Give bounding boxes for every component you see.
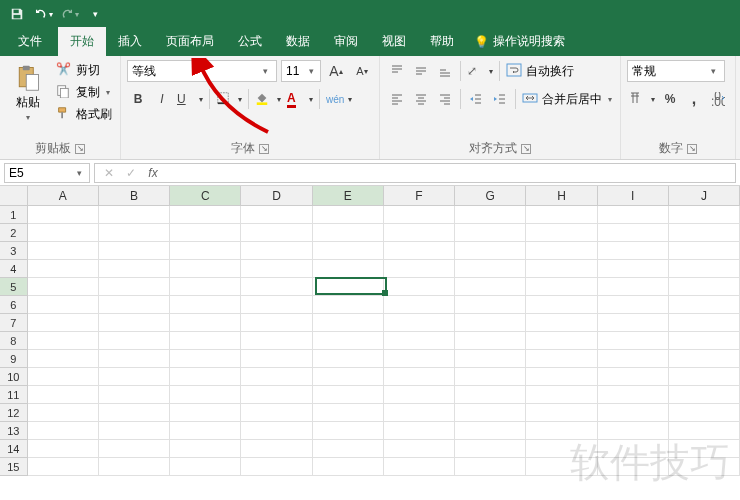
cell[interactable] [28,242,99,260]
cell[interactable] [526,332,597,350]
cell[interactable] [455,332,526,350]
qat-customize-icon[interactable]: ▾ [84,3,106,25]
cell[interactable] [384,278,455,296]
row-header-3[interactable]: 3 [0,242,28,260]
align-right-button[interactable] [434,88,456,110]
col-header-H[interactable]: H [526,186,597,206]
cell[interactable] [313,296,384,314]
cell[interactable] [170,458,241,476]
align-bottom-button[interactable] [434,60,456,82]
cell[interactable] [241,278,312,296]
cell[interactable] [598,314,669,332]
underline-button[interactable]: U▾ [175,88,205,110]
row-header-10[interactable]: 10 [0,368,28,386]
cell[interactable] [170,206,241,224]
cell[interactable] [598,332,669,350]
cell[interactable] [28,386,99,404]
spreadsheet-grid[interactable]: ABCDEFGHIJ 123456789101112131415 软件技巧 [0,186,740,500]
cell[interactable] [170,242,241,260]
tell-me-search[interactable]: 💡 操作说明搜索 [466,27,573,56]
cell[interactable] [28,332,99,350]
cell[interactable] [99,278,170,296]
chevron-down-icon[interactable]: ▾ [708,66,720,76]
cell[interactable] [669,440,740,458]
cell[interactable] [99,350,170,368]
cell[interactable] [28,278,99,296]
cell[interactable] [669,206,740,224]
cell[interactable] [241,332,312,350]
phonetic-button[interactable]: wén▾ [324,88,354,110]
dialog-launcher-icon[interactable]: ↘ [259,144,269,154]
cell[interactable] [170,314,241,332]
cell[interactable] [313,278,384,296]
cell[interactable] [526,422,597,440]
font-color-button[interactable]: A▾ [285,88,315,110]
cell[interactable] [455,404,526,422]
font-size-combo[interactable]: ▾ [281,60,321,82]
redo-icon[interactable]: ▾ [58,3,80,25]
cell[interactable] [526,386,597,404]
cell[interactable] [99,314,170,332]
cell[interactable] [669,404,740,422]
cell[interactable] [384,422,455,440]
italic-button[interactable]: I [151,88,173,110]
border-button[interactable]: ▾ [214,88,244,110]
copy-button[interactable]: 复制▾ [54,82,114,102]
cell[interactable] [28,296,99,314]
cell[interactable] [28,440,99,458]
cell[interactable] [313,440,384,458]
cell[interactable] [28,404,99,422]
fill-color-button[interactable]: ▾ [253,88,283,110]
row-header-7[interactable]: 7 [0,314,28,332]
cell[interactable] [28,458,99,476]
cell[interactable] [241,224,312,242]
col-header-B[interactable]: B [99,186,170,206]
row-header-12[interactable]: 12 [0,404,28,422]
cell[interactable] [384,260,455,278]
cell[interactable] [313,206,384,224]
cell[interactable] [170,386,241,404]
cell[interactable] [526,440,597,458]
cell[interactable] [526,206,597,224]
dialog-launcher-icon[interactable]: ↘ [75,144,85,154]
cell[interactable] [598,224,669,242]
cell[interactable] [526,224,597,242]
cell[interactable] [313,422,384,440]
tab-file[interactable]: 文件 [6,27,54,56]
cell[interactable] [669,422,740,440]
align-center-button[interactable] [410,88,432,110]
cell[interactable] [313,404,384,422]
cell[interactable] [669,296,740,314]
cell[interactable] [455,206,526,224]
cell[interactable] [313,332,384,350]
enter-icon[interactable]: ✓ [123,166,139,180]
cell[interactable] [170,296,241,314]
cell[interactable] [99,224,170,242]
row-header-2[interactable]: 2 [0,224,28,242]
cell[interactable] [526,278,597,296]
cell[interactable] [384,242,455,260]
cell[interactable] [455,422,526,440]
cell[interactable] [598,206,669,224]
cell[interactable] [170,224,241,242]
cell[interactable] [598,350,669,368]
cell[interactable] [455,242,526,260]
cell[interactable] [313,224,384,242]
font-name-combo[interactable]: ▾ [127,60,277,82]
align-top-button[interactable] [386,60,408,82]
cell[interactable] [455,224,526,242]
cell[interactable] [598,296,669,314]
cell[interactable] [99,458,170,476]
tab-data[interactable]: 数据 [274,27,322,56]
chevron-down-icon[interactable]: ▾ [259,66,272,76]
col-header-F[interactable]: F [384,186,455,206]
cell[interactable] [99,368,170,386]
cell[interactable] [526,458,597,476]
decrease-indent-button[interactable] [465,88,487,110]
cell[interactable] [99,440,170,458]
cell[interactable] [313,260,384,278]
col-header-J[interactable]: J [669,186,740,206]
cell[interactable] [455,350,526,368]
cell[interactable] [598,386,669,404]
cell[interactable] [28,206,99,224]
